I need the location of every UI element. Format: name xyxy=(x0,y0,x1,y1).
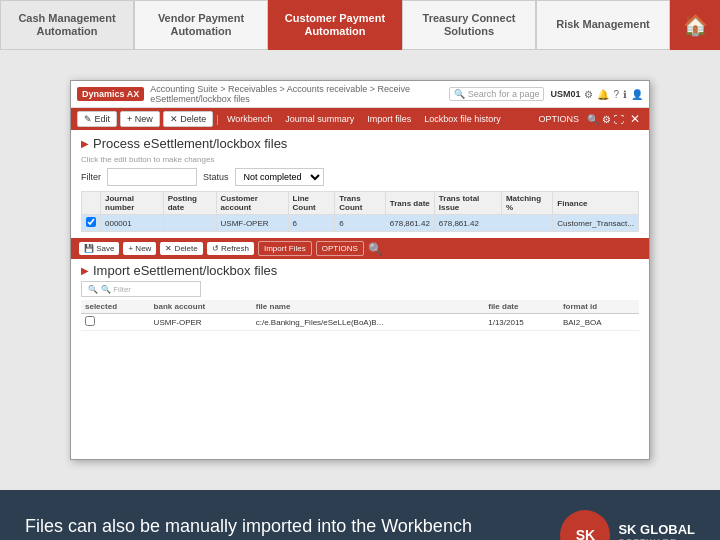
search-toolbar-icon[interactable]: 🔍 xyxy=(587,114,599,125)
search-icon: 🔍 xyxy=(454,89,465,99)
logo-area: SK SK GLOBAL SOFTWARE xyxy=(560,510,695,540)
row-customer: USMF-OPER xyxy=(216,215,288,232)
toolbar-separator: | xyxy=(216,114,219,125)
row-checkbox[interactable] xyxy=(86,217,96,227)
import-section: ▶ Import eSettlement/lockbox files 🔍 🔍 F… xyxy=(71,259,649,333)
import-col-bank[interactable]: bank account xyxy=(150,300,252,314)
col-check xyxy=(82,192,101,215)
ax-main-toolbar: ✎ Edit + New ✕ Delete | Workbench Journa… xyxy=(71,108,649,130)
filter-search-icon: 🔍 xyxy=(88,285,98,294)
ax-user: USM01 xyxy=(550,89,580,99)
ax-window: Dynamics AX Accounting Suite > Receivabl… xyxy=(70,80,650,460)
home-button[interactable]: 🏠 xyxy=(670,0,720,50)
import-col-formatid[interactable]: format id xyxy=(559,300,639,314)
import-title-text: Import eSettlement/lockbox files xyxy=(93,263,277,278)
row-journal: 000001 xyxy=(101,215,164,232)
col-journal[interactable]: Journal number xyxy=(101,192,164,215)
filter-hint: Click the edit button to make changes xyxy=(81,155,639,164)
row-transtotal: 678,861.42 xyxy=(434,215,501,232)
row-matching xyxy=(501,215,552,232)
col-transtotal[interactable]: Trans total Issue xyxy=(434,192,501,215)
ax-content: ▶ Process eSettlement/lockbox files Clic… xyxy=(71,130,649,459)
import-col-filename[interactable]: file name xyxy=(252,300,484,314)
filter-input[interactable] xyxy=(107,168,197,186)
sk-logo-circle: SK xyxy=(560,510,610,540)
inner-import-button[interactable]: Import Files xyxy=(258,241,312,256)
logo-text-block: SK GLOBAL SOFTWARE xyxy=(618,523,695,540)
col-linecount[interactable]: Line Count xyxy=(288,192,335,215)
import-table: selected bank account file name file dat… xyxy=(81,300,639,331)
filter-label: Filter xyxy=(81,172,101,182)
edit-button[interactable]: ✎ Edit xyxy=(77,111,117,127)
inner-save-button[interactable]: 💾 Save xyxy=(79,242,119,255)
table-row[interactable]: 000001 USMF-OPER 6 6 678,861.42 678,861.… xyxy=(82,215,639,232)
ax-titlebar: Dynamics AX Accounting Suite > Receivabl… xyxy=(71,81,649,108)
nav-treasury-connect[interactable]: Treasury Connect Solutions xyxy=(402,0,536,50)
journal-summary-button[interactable]: Journal summary xyxy=(280,112,359,126)
inner-options-button[interactable]: OPTIONS xyxy=(316,241,364,256)
inner-new-button[interactable]: + New xyxy=(123,242,156,255)
col-transdate[interactable]: Trans date xyxy=(385,192,434,215)
nav-customer-payment[interactable]: Customer Payment Automation xyxy=(268,0,402,50)
collapse-triangle[interactable]: ▶ xyxy=(81,138,89,149)
col-customer[interactable]: Customer account xyxy=(216,192,288,215)
import-filename: c:/e.Banking_Files/eSeLLe(BoA)B... xyxy=(252,314,484,331)
inner-toolbar: 💾 Save + New ✕ Delete ↺ Refresh Import F… xyxy=(71,238,649,259)
col-posting[interactable]: Posting date xyxy=(163,192,216,215)
sk-initials: SK xyxy=(576,527,595,540)
row-transdate: 678,861.42 xyxy=(385,215,434,232)
import-col-selected: selected xyxy=(81,300,150,314)
nav-vendor-payment[interactable]: Vendor Payment Automation xyxy=(134,0,268,50)
import-filter-box[interactable]: 🔍 🔍 Filter xyxy=(81,281,201,297)
import-filedate: 1/13/2015 xyxy=(484,314,559,331)
help-icon[interactable]: ? xyxy=(613,89,619,100)
filter-placeholder: 🔍 Filter xyxy=(101,285,131,294)
nav-cash-mgmt[interactable]: Cash Management Automation xyxy=(0,0,134,50)
status-select[interactable]: Not completed xyxy=(235,168,324,186)
new-button[interactable]: + New xyxy=(120,111,160,127)
inner-delete-button[interactable]: ✕ Delete xyxy=(160,242,202,255)
main-content-area: Dynamics AX Accounting Suite > Receivabl… xyxy=(0,50,720,490)
import-files-button[interactable]: Import files xyxy=(362,112,416,126)
filter-row: Filter Status Not completed xyxy=(81,168,639,186)
import-collapse-triangle[interactable]: ▶ xyxy=(81,265,89,276)
lockbox-history-button[interactable]: Lockbox file history xyxy=(419,112,506,126)
bottom-main-text: Files can also be manually imported into… xyxy=(25,516,472,537)
process-section: ▶ Process eSettlement/lockbox files Clic… xyxy=(71,130,649,238)
bell-icon[interactable]: 🔔 xyxy=(597,89,609,100)
ax-search-box[interactable]: 🔍 Search for a page xyxy=(449,87,545,101)
settings-toolbar-icon[interactable]: ⚙ xyxy=(602,114,611,125)
info-icon[interactable]: ℹ xyxy=(623,89,627,100)
logo-main-text: SK GLOBAL xyxy=(618,523,695,537)
delete-button[interactable]: ✕ Delete xyxy=(163,111,214,127)
import-table-row[interactable]: USMF-OPER c:/e.Banking_Files/eSeLLe(BoA)… xyxy=(81,314,639,331)
col-transcount[interactable]: Trans Count xyxy=(335,192,386,215)
options-button[interactable]: OPTIONS xyxy=(533,112,584,126)
row-finance: Customer_Transact... xyxy=(553,215,639,232)
row-linecount: 6 xyxy=(288,215,335,232)
close-window-icon[interactable]: ✕ xyxy=(627,112,643,126)
row-posting-date xyxy=(163,215,216,232)
workbench-button[interactable]: Workbench xyxy=(222,112,277,126)
status-label: Status xyxy=(203,172,229,182)
import-section-title: ▶ Import eSettlement/lockbox files xyxy=(81,263,639,278)
bottom-text-area: Files can also be manually imported into… xyxy=(25,516,472,541)
inner-search-icon[interactable]: 🔍 xyxy=(368,242,383,256)
expand-icon[interactable]: ⛶ xyxy=(614,114,624,125)
user-icon[interactable]: 👤 xyxy=(631,89,643,100)
settings-icon[interactable]: ⚙ xyxy=(584,89,593,100)
home-icon: 🏠 xyxy=(683,13,708,37)
process-table: Journal number Posting date Customer acc… xyxy=(81,191,639,232)
import-formatid: BAI2_BOA xyxy=(559,314,639,331)
import-bank: USMF-OPER xyxy=(150,314,252,331)
toolbar-right: OPTIONS 🔍 ⚙ ⛶ ✕ xyxy=(533,112,643,126)
import-row-checkbox[interactable] xyxy=(85,316,95,326)
col-finance[interactable]: Finance xyxy=(553,192,639,215)
process-section-title: ▶ Process eSettlement/lockbox files xyxy=(81,136,639,151)
search-placeholder: Search for a page xyxy=(468,89,540,99)
import-col-filedate[interactable]: file date xyxy=(484,300,559,314)
col-matching[interactable]: Matching % xyxy=(501,192,552,215)
inner-refresh-button[interactable]: ↺ Refresh xyxy=(207,242,254,255)
nav-risk-mgmt[interactable]: Risk Management xyxy=(536,0,670,50)
process-title-text: Process eSettlement/lockbox files xyxy=(93,136,287,151)
